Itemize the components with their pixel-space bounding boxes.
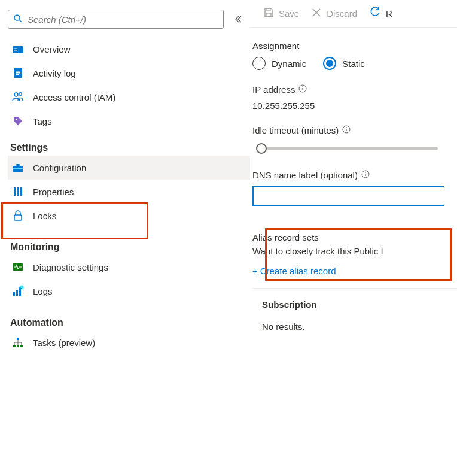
idle-slider[interactable]: [252, 141, 438, 156]
properties-icon: [11, 185, 25, 198]
info-icon[interactable]: [361, 170, 370, 180]
nav-label: Configuration: [33, 163, 86, 173]
nav-tags[interactable]: Tags: [8, 109, 250, 133]
nav-label: Diagnostic settings: [33, 262, 108, 272]
search-box[interactable]: [8, 10, 224, 29]
svg-rect-3: [14, 48, 17, 49]
svg-point-9: [14, 93, 18, 96]
nav-label: Activity log: [33, 68, 76, 78]
nav-label: Locks: [33, 211, 56, 221]
radio-icon: [323, 57, 336, 70]
no-results: No results.: [252, 322, 457, 332]
svg-rect-18: [14, 215, 22, 220]
nav-locks[interactable]: Locks: [8, 204, 250, 228]
locks-icon: [11, 209, 25, 222]
discard-icon: [311, 7, 322, 20]
svg-rect-29: [266, 13, 271, 16]
create-alias-label: Create alias record: [260, 266, 336, 276]
radio-label: Static: [342, 59, 365, 69]
idle-group: Idle timeout (minutes): [252, 125, 457, 156]
refresh-icon: [369, 7, 381, 20]
nav-label: Overview: [33, 44, 71, 54]
section-monitoring: Monitoring: [8, 242, 250, 253]
nav-label: Logs: [33, 286, 53, 296]
nav-label: Tags: [33, 116, 52, 126]
refresh-button[interactable]: R: [364, 4, 397, 23]
search-icon: [13, 14, 23, 25]
svg-rect-8: [16, 74, 19, 75]
dns-label: DNS name label (optional): [252, 170, 457, 180]
svg-rect-21: [16, 290, 18, 296]
svg-rect-24: [17, 338, 19, 340]
assignment-group: Assignment Dynamic Static: [252, 41, 457, 70]
ip-value: 10.255.255.255: [252, 101, 457, 111]
nav-overview[interactable]: Overview: [8, 37, 250, 61]
info-icon[interactable]: [342, 125, 351, 135]
section-automation: Automation: [8, 317, 250, 328]
nav-label: Access control (IAM): [33, 92, 115, 102]
dns-group: DNS name label (optional): [252, 170, 457, 206]
svg-line-1: [19, 20, 22, 22]
nav-properties[interactable]: Properties: [8, 180, 250, 204]
radio-icon: [252, 57, 266, 70]
save-label: Save: [279, 8, 299, 19]
radio-dynamic[interactable]: Dynamic: [252, 57, 306, 70]
save-button[interactable]: Save: [258, 5, 304, 22]
dns-input[interactable]: [252, 186, 444, 206]
radio-static[interactable]: Static: [323, 57, 365, 70]
nav-logs[interactable]: Logs: [8, 279, 250, 303]
svg-point-37: [365, 172, 366, 173]
svg-point-34: [346, 127, 347, 128]
alias-heading: Alias record sets: [252, 232, 457, 242]
alias-description: Want to closely track this Public I: [252, 246, 457, 256]
collapse-icon[interactable]: [233, 14, 243, 24]
svg-point-11: [16, 119, 17, 120]
radio-label: Dynamic: [272, 59, 306, 69]
svg-rect-38: [365, 174, 365, 176]
activity-log-icon: [11, 66, 25, 80]
main-content: Save Discard R Assignment: [250, 0, 457, 476]
nav-configuration[interactable]: Configuration: [8, 156, 250, 180]
create-alias-link[interactable]: + Create alias record: [252, 266, 457, 276]
svg-rect-27: [20, 345, 23, 347]
svg-rect-17: [20, 187, 22, 196]
info-icon[interactable]: [298, 84, 307, 95]
ip-group: IP address 10.255.255.255: [252, 84, 457, 111]
nav-label: Tasks (preview): [33, 338, 95, 348]
discard-button[interactable]: Discard: [306, 5, 362, 22]
svg-rect-15: [14, 187, 16, 196]
toolbar: Save Discard R: [250, 0, 457, 28]
configuration-icon: [11, 161, 25, 174]
svg-rect-20: [13, 292, 15, 296]
nav-diagnostic[interactable]: Diagnostic settings: [8, 255, 250, 279]
assignment-label: Assignment: [252, 41, 457, 51]
subscription-section: Subscription No results.: [252, 288, 457, 332]
nav-label: Properties: [33, 187, 74, 197]
tags-icon: [11, 114, 25, 128]
slider-thumb[interactable]: [256, 143, 267, 154]
svg-rect-32: [303, 88, 303, 90]
search-input[interactable]: [28, 14, 218, 25]
subscription-label: Subscription: [252, 299, 457, 310]
svg-point-31: [303, 86, 304, 87]
sidebar: Overview Activity log Access control (IA…: [0, 0, 250, 476]
idle-label: Idle timeout (minutes): [252, 125, 457, 135]
svg-rect-7: [16, 72, 20, 74]
nav-tasks[interactable]: Tasks (preview): [8, 331, 250, 354]
nav-activity-log[interactable]: Activity log: [8, 61, 250, 85]
svg-rect-13: [16, 164, 20, 166]
nav-iam[interactable]: Access control (IAM): [8, 85, 250, 109]
section-settings: Settings: [8, 143, 250, 153]
overview-icon: [11, 43, 25, 56]
refresh-label: R: [386, 8, 392, 19]
slider-track: [260, 147, 438, 150]
svg-point-0: [14, 15, 20, 20]
save-icon: [263, 7, 274, 20]
svg-rect-6: [16, 71, 20, 72]
tasks-icon: [11, 336, 25, 349]
iam-icon: [11, 90, 25, 104]
ip-label: IP address: [252, 84, 457, 95]
discard-label: Discard: [327, 8, 357, 19]
svg-rect-12: [13, 166, 23, 172]
svg-rect-26: [17, 345, 19, 347]
